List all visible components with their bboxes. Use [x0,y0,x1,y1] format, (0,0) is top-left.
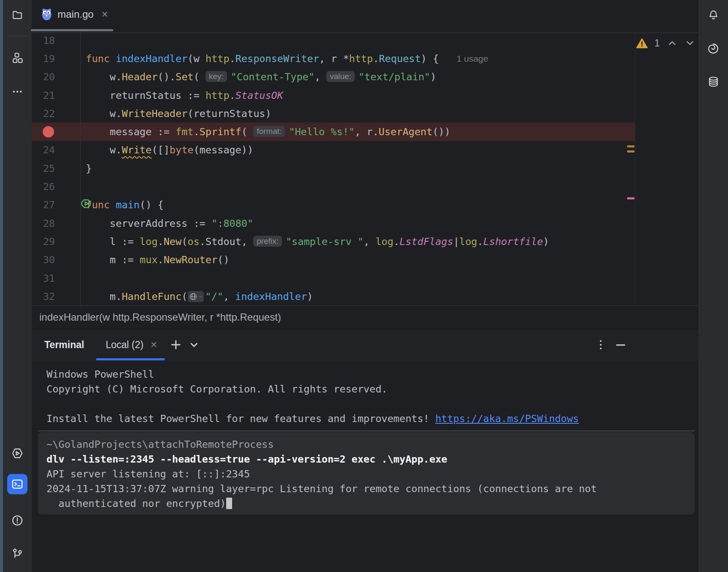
code-token: | [453,236,459,248]
terminal-session-dropdown-icon[interactable] [187,338,201,351]
database-button[interactable] [703,71,723,92]
code-text: m := mux.NewRouter() [81,254,230,266]
code-line[interactable]: 24 w.Write([]byte(message)) [32,141,698,159]
code-text: w.Header().Set( key:"Content-Type", valu… [81,71,436,83]
terminal-active-tab-indicator [96,358,165,360]
next-highlight-icon[interactable] [684,38,695,49]
editor-gutter[interactable]: 31 [32,269,81,287]
line-number: 21 [43,90,55,101]
terminal-tab-close-icon[interactable]: ✕ [150,340,157,350]
code-line[interactable]: 20 w.Header().Set( key:"Content-Type", v… [32,68,698,86]
editor-gutter[interactable]: 25 [32,159,81,177]
terminal-tool-window-button[interactable] [7,474,27,494]
editor-gutter[interactable]: 19 [32,49,81,68]
command-block-separator [38,430,695,431]
code-line[interactable]: 18 [32,31,698,49]
editor-gutter[interactable] [32,123,81,141]
tab-close-icon[interactable]: ✕ [101,9,108,19]
run-icon [11,447,23,459]
folder-icon [12,9,23,20]
code-line[interactable]: 30 m := mux.NewRouter() [32,251,698,269]
problems-tool-window-button[interactable] [7,510,27,531]
notifications-button[interactable] [703,5,723,25]
editor-gutter[interactable]: 20 [32,68,81,86]
new-terminal-session-button[interactable] [169,338,183,351]
editor-gutter[interactable]: 32 [32,287,81,305]
code-line[interactable]: 26 [32,177,698,196]
code-token: LstdFlags [400,236,453,248]
editor-gutter[interactable]: 27 [32,196,81,214]
editor-gutter[interactable]: 29 [32,232,81,251]
breakpoint-icon[interactable] [43,126,54,138]
code-line[interactable]: 27 func main() { [32,196,698,214]
go-gopher-icon [41,8,52,21]
code-token: } [86,163,92,174]
editor-gutter[interactable]: 24 [32,141,81,159]
code-token: HandleFunc [122,291,181,302]
ai-assistant-button[interactable] [703,38,723,59]
terminal-options-button[interactable] [594,338,608,351]
editor-gutter[interactable]: 22 [32,104,81,123]
scrollbar-track[interactable] [635,33,635,305]
run-tool-window-button[interactable] [7,443,27,463]
main-area: main.go ✕ 1 1819func indexHandler(w http… [32,0,698,572]
error-stripe-mark[interactable] [627,197,635,199]
code-token: . [230,53,235,65]
project-folder-button[interactable] [7,5,27,25]
structure-button[interactable] [7,48,27,68]
code-token: New [164,236,181,248]
code-token: , [223,291,235,302]
editor-gutter[interactable]: 30 [32,251,81,269]
code-token: Header [122,71,158,83]
code-line[interactable]: 25} [32,159,698,177]
code-line[interactable]: 21 returnStatus := http.StatusOK [32,86,698,104]
code-editor[interactable]: 1819func indexHandler(w http.ResponseWri… [32,31,698,305]
hide-terminal-button[interactable] [614,338,627,351]
code-token: . [194,126,200,138]
code-token: w. [86,108,122,120]
code-line[interactable]: 28 serverAddress := ":8080" [32,214,698,232]
previous-highlight-icon[interactable] [667,38,678,49]
code-line[interactable]: message := fmt.Sprintf( format:"Hello %s… [32,123,698,141]
warning-count: 1 [654,38,660,49]
code-text: l := log.New(os.Stdout, prefix:"sample-s… [81,236,549,248]
error-stripe-mark[interactable] [627,145,635,147]
tab-main-go[interactable]: main.go ✕ [32,0,118,29]
code-token: mux [140,254,157,266]
code-token: m := [86,254,140,266]
code-text: returnStatus := http.StatusOK [81,90,283,101]
more-tool-windows-button[interactable] [7,82,27,102]
terminal-tab-local[interactable]: Local (2) ✕ [101,330,161,360]
code-line[interactable]: 29 l := log.New(os.Stdout, prefix:"sampl… [32,232,698,251]
code-token: WriteHeader [122,108,188,120]
http-method-globe-icon[interactable] [188,291,204,302]
code-token: 1 usage [457,54,488,64]
code-line[interactable]: 32 m.HandleFunc( "/", indexHandler) [32,287,698,305]
editor-gutter[interactable]: 28 [32,214,81,232]
code-line[interactable]: 31 [32,269,698,287]
code-token: serverAddress := [86,218,211,229]
code-token: l := [86,236,140,248]
ai-assistant-icon [707,43,719,54]
terminal-command-block[interactable]: ~\GolandProjects\attachToRemoteProcessdl… [38,432,695,515]
code-text: serverAddress := ":8080" [81,218,253,229]
code-token: ":8080" [211,218,253,229]
terminal-panel-title: Terminal [44,330,84,360]
code-line[interactable]: 22 w.WriteHeader(returnStatus) [32,104,698,123]
terminal-output[interactable]: Windows PowerShellCopyright (C) Microsof… [32,361,698,572]
code-token: "text/plain" [359,71,430,83]
code-token: Write [122,144,152,156]
code-line[interactable]: 19func indexHandler(w http.ResponseWrite… [32,49,698,68]
line-number: 22 [43,108,55,120]
terminal-link[interactable]: https://aka.ms/PSWindows [435,413,579,425]
code-token: NewRouter [164,254,217,266]
editor-gutter[interactable]: 18 [32,31,81,49]
code-token: m. [86,291,122,302]
inspections-widget[interactable]: 1 [636,35,695,51]
error-stripe-mark[interactable] [627,150,635,153]
code-token: main [116,199,140,211]
structure-icon [12,52,23,63]
code-token: , r * [319,53,349,65]
version-control-button[interactable] [7,543,27,564]
editor-gutter[interactable]: 21 [32,86,81,104]
